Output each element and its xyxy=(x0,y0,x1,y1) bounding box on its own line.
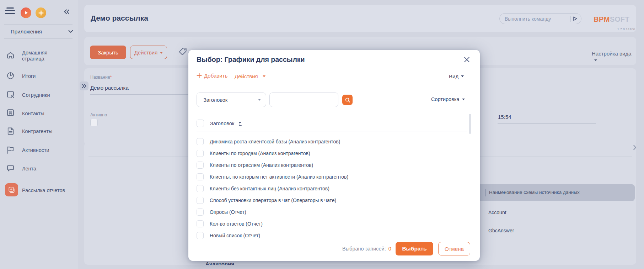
select-button[interactable]: Выбрать xyxy=(396,242,433,255)
sidebar-item-report-mailing[interactable]: Рассылка отчетов xyxy=(0,183,78,197)
list-item[interactable]: Клиенты по отраслям (Анализ контрагентов… xyxy=(197,159,467,171)
bpmsoft-logo: BPMSOFT xyxy=(594,15,629,23)
search-button[interactable] xyxy=(342,95,353,105)
double-chevron-left-icon xyxy=(63,9,70,15)
document-icon xyxy=(6,126,15,136)
actions-dropdown[interactable]: Действия xyxy=(235,73,265,79)
row-checkbox[interactable] xyxy=(197,162,204,169)
logo-primary: BPM xyxy=(594,15,610,23)
close-dialog-button[interactable] xyxy=(462,55,471,64)
chart-list: Динамика роста клиентской базы (Анализ к… xyxy=(197,136,467,241)
list-item[interactable]: Кол-во ответов (Отчет) xyxy=(197,218,467,230)
contact-card-icon xyxy=(6,108,15,117)
add-record-button[interactable] xyxy=(36,7,46,18)
list-header: Заголовок xyxy=(197,120,243,127)
name-field-value[interactable]: Демо рассылка xyxy=(90,85,129,91)
add-button[interactable]: Добавить xyxy=(197,73,227,79)
tab-audience[interactable]: Аудитория xyxy=(205,261,234,265)
close-button[interactable]: Закрыть xyxy=(90,46,126,59)
table-row[interactable]: Account xyxy=(488,210,506,215)
search-icon xyxy=(345,97,350,103)
row-checkbox[interactable] xyxy=(197,173,204,180)
flag-icon xyxy=(6,145,15,155)
column-header-label: Наименование схемы источника данных xyxy=(489,190,580,195)
sidebar-item-employees[interactable]: Сотрудники xyxy=(0,90,78,100)
sidebar-item-dashboards[interactable]: Итоги xyxy=(0,71,78,81)
expand-panel-button[interactable] xyxy=(80,81,88,90)
workspace-select[interactable]: Приложения xyxy=(11,28,73,35)
time-field-value[interactable]: 15:54 xyxy=(498,114,511,120)
sort-ascending-icon[interactable] xyxy=(238,121,243,126)
sidebar-item-activities[interactable]: Активности xyxy=(0,145,78,156)
sidebar-item-label: Рассылка отчетов xyxy=(22,188,75,194)
cancel-button[interactable]: Отмена xyxy=(438,242,470,255)
view-settings-button[interactable]: Настройка вида xyxy=(592,51,636,63)
sidebar-item-contacts[interactable]: Контакты xyxy=(0,108,78,118)
caret-down-icon xyxy=(594,59,597,61)
view-dropdown[interactable]: Вид xyxy=(449,73,464,79)
list-item[interactable]: Опросы (Отчет) xyxy=(197,206,467,218)
active-checkbox[interactable] xyxy=(90,119,98,126)
selected-count: 0 xyxy=(388,246,391,252)
row-checkbox[interactable] xyxy=(197,150,204,157)
hamburger-menu-icon[interactable] xyxy=(5,7,16,14)
chevron-down-icon xyxy=(68,30,73,33)
caret-down-icon xyxy=(160,52,163,54)
sidebar: Приложения Домашняя страница Итоги Сотру… xyxy=(0,0,78,269)
list-item[interactable]: Новый список (Отчет) xyxy=(197,230,467,241)
command-line xyxy=(499,13,581,24)
select-all-checkbox[interactable] xyxy=(197,120,204,127)
play-icon xyxy=(24,10,28,15)
scrollbar-thumb[interactable] xyxy=(469,114,471,134)
tag-icon xyxy=(178,47,188,56)
run-process-button[interactable] xyxy=(21,7,31,18)
required-mark: * xyxy=(110,75,112,80)
caret-down-icon xyxy=(258,99,261,101)
search-input[interactable] xyxy=(269,93,338,107)
sidebar-item-label: Контрагенты xyxy=(22,128,64,134)
sidebar-item-feed[interactable]: Лента xyxy=(0,164,78,174)
row-checkbox[interactable] xyxy=(197,220,204,227)
close-icon xyxy=(464,57,470,63)
page-header: Демо рассылка BPMSOFT 1.7.0.14106 xyxy=(84,5,636,32)
table-row[interactable]: GbcAnswer xyxy=(488,228,514,233)
double-chevron-right-icon xyxy=(81,84,87,89)
sort-dropdown[interactable]: Сортировка xyxy=(431,96,465,102)
list-item[interactable]: Клиенты без контактных лиц (Анализ контр… xyxy=(197,183,467,195)
field-underline xyxy=(90,94,190,95)
plus-icon xyxy=(197,73,202,78)
section-expand-button[interactable] xyxy=(633,144,636,152)
list-item[interactable]: Клиенты по городам (Анализ контрагентов) xyxy=(197,148,467,159)
chat-bubble-icon xyxy=(6,164,15,173)
run-command-button[interactable] xyxy=(572,16,578,22)
row-checkbox[interactable] xyxy=(197,232,204,239)
active-field-label: Активно xyxy=(90,112,107,117)
pie-chart-icon xyxy=(6,71,15,80)
filter-column-select[interactable]: Заголовок xyxy=(197,93,266,107)
sidebar-item-accounts[interactable]: Контрагенты xyxy=(0,126,78,137)
page-title: Демо рассылка xyxy=(91,14,148,22)
sidebar-item-label: Итоги xyxy=(22,73,64,79)
selection-dialog: Выбор: Графики для рассылки Добавить Дей… xyxy=(188,50,480,261)
column-resize-handle[interactable] xyxy=(485,189,486,196)
list-item[interactable]: Клиенты, по которым нет активности (Анал… xyxy=(197,171,467,183)
collapse-sidebar-button[interactable] xyxy=(63,9,70,16)
workspace-label: Приложения xyxy=(11,28,42,35)
caret-down-icon xyxy=(263,75,265,77)
version-label: 1.7.0.14106 xyxy=(605,27,635,31)
row-checkbox[interactable] xyxy=(197,197,204,204)
row-checkbox[interactable] xyxy=(197,138,204,145)
list-item[interactable]: Динамика роста клиентской базы (Анализ к… xyxy=(197,136,467,148)
actions-button[interactable]: Действия xyxy=(130,46,167,59)
app-screen: Приложения Домашняя страница Итоги Сотру… xyxy=(0,0,644,269)
row-checkbox[interactable] xyxy=(197,185,204,192)
row-checkbox[interactable] xyxy=(197,209,204,216)
sidebar-item-label: Активности xyxy=(22,147,64,153)
tags-button[interactable] xyxy=(178,47,188,58)
sidebar-item-label: Контакты xyxy=(22,111,64,117)
column-header-title[interactable]: Заголовок xyxy=(210,121,234,126)
command-input[interactable] xyxy=(505,16,569,22)
list-item[interactable]: Способ установки оператора в чат (Операт… xyxy=(197,194,467,206)
sidebar-item-home[interactable]: Домашняя страница xyxy=(0,50,78,64)
caret-down-icon xyxy=(461,75,464,77)
